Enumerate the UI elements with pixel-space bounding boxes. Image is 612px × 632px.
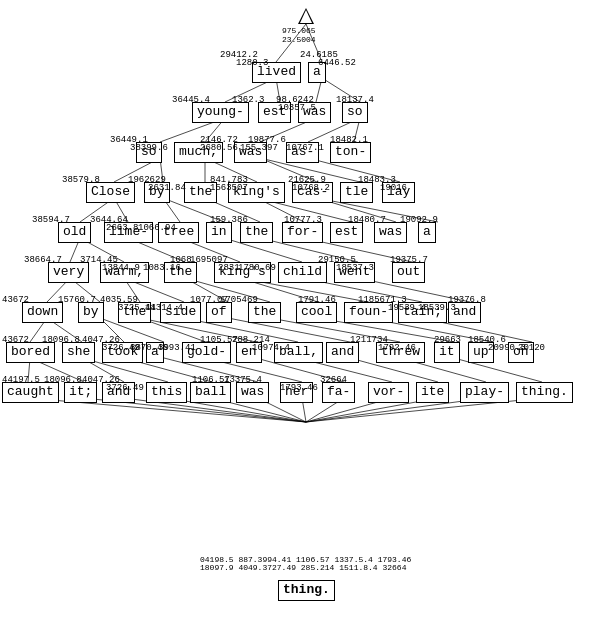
svg-line-5 (322, 78, 360, 102)
word-as: as- (286, 142, 319, 163)
word-foun: foun- (344, 302, 393, 323)
svg-line-1 (306, 24, 322, 62)
word-lived: lived (252, 62, 301, 83)
word-very: very (48, 262, 89, 283)
word-bored: bored (6, 342, 55, 363)
word-tain: tain; (398, 302, 447, 323)
word-cool: cool (296, 302, 337, 323)
word-kings1: king's (228, 182, 285, 203)
word-was4: was (236, 382, 269, 403)
word-up: up (468, 342, 494, 363)
word-ton: ton- (330, 142, 371, 163)
tree-container: 975.06523.5004 lived a 29412.2 1280.3 24… (0, 0, 612, 632)
word-the2: the (240, 222, 273, 243)
word-kings2: king's (214, 262, 271, 283)
word-by1: by (144, 182, 170, 203)
word-play: play- (460, 382, 509, 403)
word-the3: the (164, 262, 197, 283)
word-lay: lay (382, 182, 415, 203)
word-the1: the (184, 182, 217, 203)
svg-line-26 (317, 198, 438, 222)
word-on: on (508, 342, 534, 363)
word-it2: it; (64, 382, 97, 403)
word-cas: cas- (292, 182, 333, 203)
word-and1: and (448, 302, 481, 323)
word-ball1: ball, (274, 342, 323, 363)
word-warm: warm, (100, 262, 149, 283)
word-threw: threw (376, 342, 425, 363)
word-she: she (62, 342, 95, 363)
label-bottom1: 04198.5 887.3994.41 1106.57 1337.5.4 179… (200, 555, 411, 564)
word-en: en (236, 342, 262, 363)
word-so1: so (342, 102, 368, 123)
word-tree: tree (158, 222, 199, 243)
word-the4: the (118, 302, 151, 323)
word-child: child (278, 262, 327, 283)
word-and2: and (326, 342, 359, 363)
word-by2: by (78, 302, 104, 323)
label-bottom2: 18097.9 4049.3727.49 285.214 1511.8.4 32… (200, 563, 406, 572)
label-24618: 24.6185 (300, 50, 338, 60)
word-old: old (58, 222, 91, 243)
word-thing2: thing. (278, 580, 335, 601)
word-lime: lime- (104, 222, 153, 243)
word-ite: ite (416, 382, 449, 403)
word-a2: a (418, 222, 436, 243)
word-down: down (22, 302, 63, 323)
word-much: much, (174, 142, 223, 163)
word-the5: the (248, 302, 281, 323)
word-was3: was (374, 222, 407, 243)
word-of: of (206, 302, 232, 323)
root-label: 975.06523.5004 (282, 26, 316, 44)
word-young: young- (192, 102, 249, 123)
word-this: this (146, 382, 187, 403)
svg-line-0 (276, 24, 306, 62)
word-was2: was (234, 142, 267, 163)
label-29412: 29412.2 (220, 50, 258, 60)
word-gold: gold- (182, 342, 231, 363)
word-close: Close (86, 182, 135, 203)
root-triangle-inner (300, 10, 312, 23)
word-out: out (392, 262, 425, 283)
word-ball2: ball (190, 382, 231, 403)
word-side: side (160, 302, 201, 323)
word-thing1: thing. (516, 382, 573, 403)
word-vor: vor- (368, 382, 409, 403)
word-in: in (206, 222, 232, 243)
word-est: est (258, 102, 291, 123)
word-her: her (280, 382, 313, 403)
word-tle: tle (340, 182, 373, 203)
word-and3: and (102, 382, 135, 403)
word-a1: a (308, 62, 326, 83)
word-fa: fa- (322, 382, 355, 403)
word-took: took (102, 342, 143, 363)
word-it1: it (434, 342, 460, 363)
word-was1: was (298, 102, 331, 123)
word-a3: a (146, 342, 164, 363)
word-est2: est (330, 222, 363, 243)
word-so2: so (136, 142, 162, 163)
word-went: went (334, 262, 375, 283)
word-caught: caught (2, 382, 59, 403)
word-for: for- (282, 222, 323, 243)
